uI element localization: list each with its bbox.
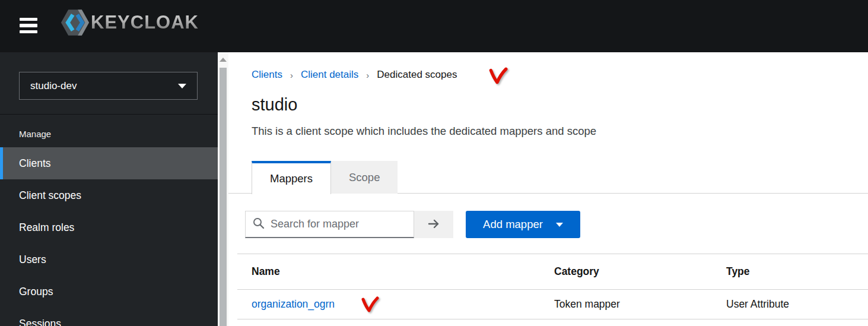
sidebar-item-groups[interactable]: Groups: [0, 276, 218, 308]
column-header-category: Category: [540, 254, 712, 290]
hamburger-menu-icon[interactable]: [20, 14, 43, 37]
nav-list: Clients Client scopes Realm roles Users …: [0, 147, 218, 326]
table-row: organization_ogrn Token mapper User Attr…: [237, 290, 868, 319]
chevron-down-icon: [556, 223, 563, 227]
breadcrumb-separator-icon: ›: [366, 70, 369, 80]
sidebar-item-users[interactable]: Users: [0, 243, 218, 276]
search-submit-button[interactable]: [414, 211, 453, 238]
chevron-down-icon: [178, 84, 186, 88]
mappers-toolbar: Add mapper: [245, 211, 580, 238]
vertical-scrollbar[interactable]: [218, 52, 228, 326]
search-box: [245, 211, 414, 238]
breadcrumb: Clients › Client details › Dedicated sco…: [252, 69, 457, 81]
add-mapper-button[interactable]: Add mapper: [466, 211, 580, 238]
realm-selector-dropdown[interactable]: studio-dev: [19, 72, 198, 100]
tab-mappers[interactable]: Mappers: [252, 161, 331, 194]
add-mapper-button-label: Add mapper: [483, 218, 543, 231]
mapper-category-cell: Token mapper: [540, 290, 712, 319]
breadcrumb-separator-icon: ›: [290, 70, 293, 80]
main-content: Clients › Client details › Dedicated sco…: [228, 52, 868, 326]
search-input[interactable]: [271, 218, 406, 230]
keycloak-logo: KEYCLOAK: [61, 8, 199, 37]
mappers-table: Name Category Type organization_ogrn Tok…: [237, 254, 868, 319]
page-subtitle: This is a client scope which includes th…: [252, 125, 596, 138]
arrow-right-icon: [427, 218, 440, 232]
tab-bar: Mappers Scope: [228, 161, 868, 194]
scrollbar-thumb[interactable]: [220, 68, 227, 326]
sidebar-item-sessions[interactable]: Sessions: [0, 308, 218, 326]
column-header-name: Name: [237, 254, 540, 290]
tab-scope[interactable]: Scope: [331, 161, 398, 194]
breadcrumb-current-page: Dedicated scopes: [377, 69, 457, 81]
manage-section: Manage Clients Client scopes Realm roles…: [0, 114, 218, 326]
page-title: studio: [252, 95, 297, 115]
sidebar-item-clients[interactable]: Clients: [0, 147, 218, 179]
keycloak-admin-console: KEYCLOAK studio-dev Manage Clients Clien…: [0, 0, 868, 326]
sidebar-nav: studio-dev Manage Clients Client scopes …: [0, 52, 218, 326]
mapper-name-link[interactable]: organization_ogrn: [252, 298, 335, 310]
column-header-type: Type: [712, 254, 868, 290]
app-title: KEYCLOAK: [91, 12, 199, 33]
nav-section-title: Manage: [0, 115, 218, 147]
top-header-bar: KEYCLOAK: [0, 0, 868, 52]
current-realm-label: studio-dev: [30, 80, 178, 92]
breadcrumb-clients-link[interactable]: Clients: [252, 69, 282, 81]
scrollbar-up-arrow-icon[interactable]: [220, 56, 227, 63]
sidebar-item-client-scopes[interactable]: Client scopes: [0, 179, 218, 211]
sidebar-item-realm-roles[interactable]: Realm roles: [0, 211, 218, 243]
table-header-row: Name Category Type: [237, 254, 868, 290]
mapper-type-cell: User Attribute: [712, 290, 868, 319]
keycloak-logo-icon: [61, 9, 90, 36]
search-icon: [253, 217, 265, 232]
breadcrumb-client-details-link[interactable]: Client details: [301, 69, 358, 81]
